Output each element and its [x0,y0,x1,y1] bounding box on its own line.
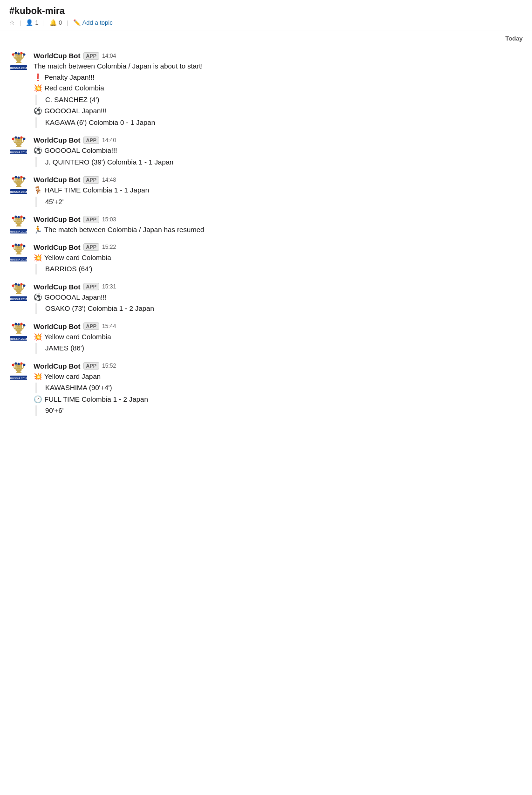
svg-point-79 [12,324,14,326]
message-line-4: ⚽ GOOOOAL Japan!!! [34,106,523,117]
bot-name: WorldCup Bot [34,176,81,184]
svg-rect-76 [16,333,21,334]
message-header: WorldCup BotAPP15:22 [34,243,523,251]
svg-point-45 [18,216,20,219]
svg-rect-63 [17,291,20,293]
message-group-3: RUSSIA 2018 WorldCup BotAPP15:03🏃 The ma… [0,212,532,239]
svg-point-35 [23,178,26,180]
bot-avatar: RUSSIA 2018 [9,136,28,155]
svg-point-71 [23,284,26,287]
app-badge: APP [83,137,100,144]
message-group-7: RUSSIA 2018 WorldCup BotAPP15:52💥 Yellow… [0,359,532,420]
message-line-1: ❗ Penalty Japan!!! [34,72,523,83]
svg-point-21 [18,137,20,139]
app-badge: APP [83,216,100,223]
app-badge: APP [83,362,100,370]
message-content: WorldCup BotAPP15:52💥 Yellow card JapanK… [34,362,523,417]
message-header: WorldCup BotAPP15:31 [34,283,523,291]
svg-point-81 [18,323,20,325]
svg-rect-27 [17,184,20,186]
message-line-1: 45'+2' [35,197,523,207]
svg-point-93 [18,363,20,365]
message-line-0: 💥 Yellow card Colombia [34,253,523,263]
message-line-5: KAGAWA (6') Colombia 0 - 1 Japan [35,117,523,128]
svg-point-32 [15,176,17,178]
message-line-1: OSAKO (73') Colombia 1 - 2 Japan [35,303,523,314]
bot-name: WorldCup Bot [34,243,81,251]
svg-point-22 [20,137,23,139]
message-line-0: The match between Colombia / Japan is ab… [34,61,523,72]
svg-text:RUSSIA 2018: RUSSIA 2018 [10,230,27,233]
svg-rect-52 [16,254,21,254]
notifications-count: 0 [59,19,62,26]
message-content: WorldCup BotAPP14:04The match between Co… [34,52,523,129]
svg-point-11 [23,54,26,56]
members-count: 1 [35,19,38,26]
message-line-1: BARRIOS (64') [35,264,523,274]
svg-rect-64 [16,293,21,294]
message-line-0: ⚽ GOOOOAL Colombia!!! [34,145,523,156]
svg-point-20 [15,137,17,139]
members-item[interactable]: 👤 1 [26,19,38,26]
message-time: 15:52 [102,363,116,369]
bot-avatar: RUSSIA 2018 [9,243,28,262]
bot-avatar: RUSSIA 2018 [9,176,28,194]
message-time: 15:22 [102,244,116,250]
message-header: WorldCup BotAPP14:04 [34,52,523,60]
message-content: WorldCup BotAPP15:44💥 Yellow card Colomb… [34,322,523,355]
app-badge: APP [83,176,100,184]
message-content: WorldCup BotAPP14:40⚽ GOOOOAL Colombia!!… [34,136,523,168]
add-topic-button[interactable]: ✏️ Add a topic [73,19,113,26]
message-content: WorldCup BotAPP14:48🪑 HALF TIME Colombia… [34,176,523,208]
svg-point-33 [18,177,20,179]
message-group-1: RUSSIA 2018 WorldCup BotAPP14:40⚽ GOOOOA… [0,133,532,171]
bot-name: WorldCup Bot [34,283,81,291]
svg-rect-51 [17,252,20,254]
divider3: | [67,19,68,26]
message-line-1: JAMES (86') [35,343,523,354]
message-group-0: RUSSIA 2018 WorldCup BotAPP14:04The matc… [0,49,532,131]
message-line-0: 💥 Yellow card Japan [34,371,523,382]
app-badge: APP [83,322,100,330]
message-line-2: 🕐 FULL TIME Colombia 1 - 2 Japan [34,394,523,405]
channel-title: #kubok-mira [9,6,523,16]
message-line-3: 90'+6' [35,405,523,416]
svg-point-10 [20,52,23,55]
svg-text:RUSSIA 2018: RUSSIA 2018 [10,67,27,69]
svg-point-91 [12,363,14,366]
bot-name: WorldCup Bot [34,52,81,60]
bot-avatar: RUSSIA 2018 [9,362,28,381]
svg-point-83 [23,324,26,326]
svg-rect-88 [16,372,21,373]
svg-text:RUSSIA 2018: RUSSIA 2018 [10,377,27,380]
svg-rect-4 [16,62,21,63]
app-badge: APP [83,283,100,290]
svg-point-58 [20,243,23,246]
svg-point-94 [20,362,23,364]
message-line-1: J. QUINTERO (39') Colombia 1 - 1 Japan [35,157,523,168]
svg-point-67 [12,284,14,287]
message-time: 14:04 [102,53,116,59]
svg-point-70 [20,283,23,285]
message-line-0: 🏃 The match between Colombia / Japan has… [34,225,523,235]
message-header: WorldCup BotAPP14:40 [34,136,523,144]
person-icon: 👤 [26,19,33,26]
svg-point-95 [23,363,26,366]
notifications-item[interactable]: 🔔 0 [49,19,62,26]
message-time: 14:48 [102,177,116,183]
svg-point-92 [15,362,17,364]
svg-text:RUSSIA 2018: RUSSIA 2018 [10,337,27,340]
svg-rect-87 [17,370,20,372]
message-line-0: ⚽ GOOOOAL Japan!!! [34,292,523,303]
app-badge: APP [83,52,100,60]
message-content: WorldCup BotAPP15:31⚽ GOOOOAL Japan!!!OS… [34,283,523,315]
svg-point-57 [18,244,20,246]
svg-text:RUSSIA 2018: RUSSIA 2018 [10,151,27,154]
message-time: 14:40 [102,137,116,144]
divider2: | [43,19,45,26]
message-group-6: RUSSIA 2018 WorldCup BotAPP15:44💥 Yellow… [0,320,532,357]
channel-meta: ☆ | 👤 1 | 🔔 0 | ✏️ Add a topic [9,19,523,26]
star-item[interactable]: ☆ [9,19,15,26]
svg-point-31 [12,178,14,180]
svg-point-55 [12,245,14,247]
